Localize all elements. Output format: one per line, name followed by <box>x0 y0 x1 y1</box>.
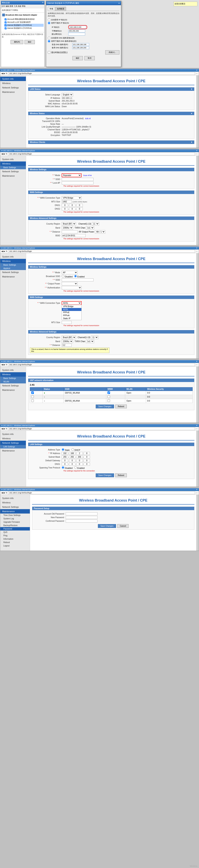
wan3-title[interactable]: WAN Settings <box>28 296 194 299</box>
addr4-go[interactable]: → <box>196 364 198 366</box>
preferred-dns-input[interactable] <box>72 43 89 46</box>
sidebar6-syslog[interactable]: System Log <box>0 517 30 520</box>
addr-back-btn[interactable]: ◀ <box>1 72 3 74</box>
address-input-1[interactable] <box>8 72 195 75</box>
scroll-2[interactable] <box>196 156 199 245</box>
sidebar6-ping[interactable]: Ping <box>0 534 30 537</box>
sidebar2-basic[interactable]: Basic Settings <box>0 166 26 169</box>
sidebar5-wireless[interactable]: Wireless <box>0 436 26 441</box>
new-pw-input[interactable] <box>66 516 97 519</box>
dd-item-pppoe[interactable]: PPPoE <box>62 311 81 314</box>
sidebar6-password[interactable]: Password <box>0 527 30 530</box>
dns1-oct3[interactable] <box>76 204 83 207</box>
addr4-back[interactable]: ◀ <box>1 364 3 366</box>
addr-fwd-btn[interactable]: ▶ <box>4 72 5 74</box>
dns5-oct2[interactable] <box>69 463 75 466</box>
addr5-back[interactable]: ◀ <box>1 428 3 430</box>
ip-address-input[interactable] <box>69 26 86 29</box>
ip-ok-btn[interactable]: 确定 <box>72 56 83 60</box>
addr6-back[interactable]: ◀ <box>1 492 3 494</box>
mode-select-3[interactable]: AP <box>62 271 78 274</box>
dd-item-vpnb[interactable]: VPN Bridge <box>62 305 81 308</box>
sidebar6-wireless[interactable]: Wireless <box>0 500 30 505</box>
output-select-3[interactable] <box>62 282 78 285</box>
td-cb-1[interactable] <box>30 391 43 395</box>
validate-checkbox[interactable] <box>48 51 50 54</box>
sidebar4-basic[interactable]: Basic Settings <box>0 377 26 380</box>
addrtype-static-radio[interactable] <box>62 448 64 451</box>
wan2-title[interactable]: WAN Settings <box>28 191 194 194</box>
address-input-5[interactable] <box>8 427 195 430</box>
ws2-title[interactable]: Wireless Settings <box>28 168 194 171</box>
sidebar6-reboot[interactable]: Reboot <box>0 541 30 544</box>
sidebar6-info[interactable]: Information <box>0 537 30 541</box>
sidebar6-network[interactable]: Network Settings <box>0 505 30 509</box>
addr6-go[interactable]: → <box>196 492 198 494</box>
addrtype-dhcp-radio[interactable] <box>72 448 74 451</box>
nc-cb-2[interactable] <box>5 21 7 23</box>
sidebar6-timezone[interactable]: Time Zone Settings <box>0 514 30 517</box>
country-select-3[interactable]: Brazil (BF) <box>62 336 76 339</box>
dns2-oct3[interactable] <box>76 207 83 210</box>
bcast-disabled-radio[interactable] <box>62 275 64 277</box>
nc-ok-btn[interactable]: 确定 <box>25 40 35 44</box>
cpe-title-2-close[interactable]: ✕ <box>196 150 198 152</box>
cpe-title-5-close[interactable]: ✕ <box>196 425 198 427</box>
spanning-disabled-radio[interactable] <box>62 466 64 469</box>
wireless-clients-title[interactable]: Wireless Clients ▼ <box>28 141 194 144</box>
sidebar-maint-1[interactable]: Maintenance <box>0 90 26 94</box>
sidebar3-wireless[interactable]: Wireless <box>0 259 26 263</box>
sidebar6-maint[interactable]: Maintenance <box>0 509 30 514</box>
td-wmm-2[interactable] <box>106 395 125 399</box>
gw5-oct3[interactable] <box>76 459 83 462</box>
alternate-dns-input[interactable] <box>72 46 89 49</box>
addr2-refresh[interactable]: ↻ <box>6 153 7 155</box>
channel-select-3[interactable]: 11 <box>91 336 98 339</box>
sn5-oct2[interactable] <box>69 456 75 459</box>
sidebar2-system[interactable]: System info <box>0 157 26 161</box>
nc-item-3[interactable]: Internet 协议版本 4 (TCP/IPv4) <box>4 24 44 27</box>
addr4-refresh[interactable]: ↻ <box>6 364 7 366</box>
nc-cb-1[interactable] <box>5 18 7 20</box>
sidebar-network-1[interactable]: Network Settings <box>0 86 26 90</box>
ip5-oct3[interactable] <box>76 452 83 455</box>
cancel-btn-6[interactable]: Cancel <box>117 524 128 528</box>
nc-item-4[interactable]: Internet 协议版本 6 (TCP/IPv6) <box>4 27 44 30</box>
channel-select-2[interactable]: 11 <box>92 222 99 225</box>
dist-input-3[interactable] <box>62 344 72 347</box>
nc-item-1[interactable]: Microsoft 网络适配器多路传送协议 <box>4 18 44 21</box>
tab-general[interactable]: 常规 <box>48 7 55 11</box>
sidebar4-system[interactable]: System info <box>0 368 26 372</box>
wmm-cb-2[interactable] <box>108 395 110 398</box>
sidebar3-basic[interactable]: Basic Settings <box>0 263 26 267</box>
sidebar6-qos[interactable]: QoS <box>0 530 30 534</box>
static-ip-radio[interactable] <box>48 22 50 24</box>
ip5-oct4[interactable] <box>84 452 90 455</box>
scan-all-link[interactable]: Scan All ⊕ <box>83 175 92 177</box>
txrx-select-2[interactable]: 1x1 <box>86 226 94 229</box>
bcast-enabled-radio[interactable] <box>74 275 77 277</box>
sidebar6-upgrade[interactable]: Upgrade Firmware <box>0 520 30 524</box>
wmm-cb-1[interactable] <box>108 392 110 394</box>
auto-ip-radio[interactable] <box>48 19 50 21</box>
sidebar3-maint[interactable]: Maintenance <box>0 274 26 279</box>
sidebar3-system[interactable]: System info <box>0 254 26 259</box>
sidebar5-system[interactable]: System info <box>0 432 26 436</box>
auth-select-3[interactable] <box>62 286 82 289</box>
ip-dialog-close[interactable]: ✕ <box>118 2 120 4</box>
addr4-fwd[interactable]: ▶ <box>4 364 5 366</box>
edit-all-link[interactable]: Edit All <box>85 118 91 120</box>
pw-section-title[interactable]: Password Setup <box>32 507 194 510</box>
td-cb-2[interactable] <box>30 395 43 399</box>
scroll-4[interactable] <box>196 367 199 423</box>
wadv3-title[interactable]: Wireless Advanced Settings <box>28 330 194 334</box>
lockap-input[interactable] <box>62 181 93 184</box>
address-input-2[interactable] <box>8 153 195 155</box>
ssid-input-3[interactable] <box>62 278 93 281</box>
dns1-oct2[interactable] <box>69 204 75 207</box>
band-select-2[interactable]: 2390hz <box>62 226 73 229</box>
wmm-cb-3[interactable] <box>108 399 110 402</box>
subnet-input[interactable] <box>68 30 85 32</box>
addr-go-btn[interactable]: → <box>196 72 198 74</box>
nc-cb-3[interactable] <box>5 24 7 26</box>
